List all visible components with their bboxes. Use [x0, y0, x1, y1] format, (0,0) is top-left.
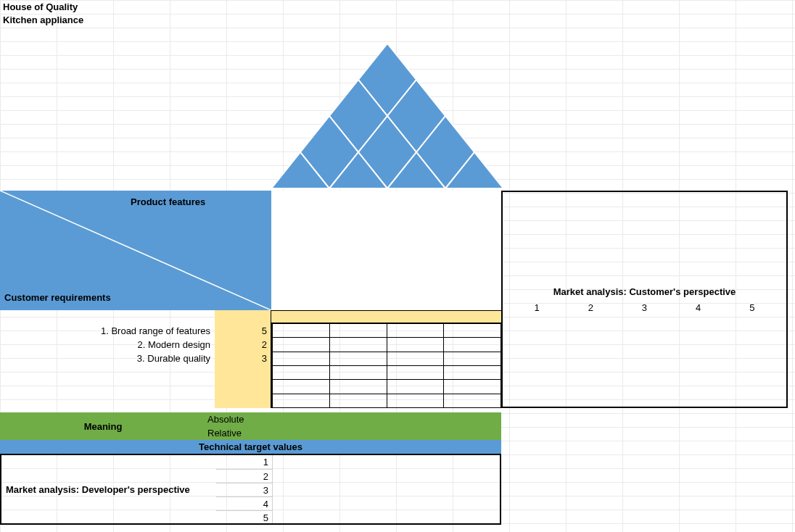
- scale-value: 1: [216, 455, 273, 469]
- market-analysis-title: Market analysis: Customer's perspective: [503, 286, 786, 297]
- requirement-weight[interactable]: 2: [215, 338, 271, 352]
- meaning-label: Meaning: [0, 412, 206, 440]
- scale-value: 2: [567, 302, 615, 313]
- scale-value: 5: [216, 510, 273, 524]
- requirement-weight[interactable]: 3: [215, 352, 271, 365]
- header-block: Product features Customer requirements: [0, 191, 271, 310]
- feature-columns-header: [271, 191, 501, 310]
- title-line-1: House of Quality: [3, 1, 78, 12]
- scale-value: 4: [674, 302, 722, 313]
- requirement-label: 1. Broad range of features: [0, 324, 215, 338]
- requirement-weight[interactable]: 5: [215, 324, 271, 338]
- relationship-matrix[interactable]: [271, 323, 501, 408]
- scale-value: 1: [513, 302, 561, 313]
- customer-requirements-label: Customer requirements: [4, 292, 111, 303]
- scale-value: 2: [216, 469, 273, 483]
- scale-value: 5: [728, 302, 776, 313]
- importance-bar: Meaning Absolute Relative: [0, 412, 501, 440]
- market-analysis-scale: 1 2 3 4 5: [503, 302, 786, 313]
- requirement-weights: 5 2 3: [215, 324, 271, 365]
- meaning-relative: Relative: [206, 426, 242, 440]
- market-analysis-customer: Market analysis: Customer's perspective …: [501, 191, 788, 408]
- technical-targets-bar: Technical target values: [0, 440, 501, 454]
- feature-weight-row-bg: [271, 310, 501, 323]
- meaning-absolute: Absolute: [206, 412, 244, 426]
- title-line-2: Kitchen appliance: [3, 14, 83, 25]
- correlation-roof: [271, 43, 503, 188]
- requirement-label: 2. Modern design: [0, 338, 215, 352]
- requirements-list: 1. Broad range of features 2. Modern des…: [0, 324, 215, 365]
- developer-scale: 1 2 3 4 5: [216, 455, 273, 524]
- market-analysis-developer: Market analysis: Developer's perspective…: [0, 454, 501, 525]
- worksheet[interactable]: House of Quality Kitchen appliance Produ…: [0, 0, 795, 532]
- product-features-label: Product features: [131, 196, 205, 207]
- requirement-label: 3. Durable quality: [0, 352, 215, 365]
- scale-value: 4: [216, 496, 273, 510]
- scale-value: 3: [620, 302, 669, 313]
- scale-value: 3: [216, 483, 273, 496]
